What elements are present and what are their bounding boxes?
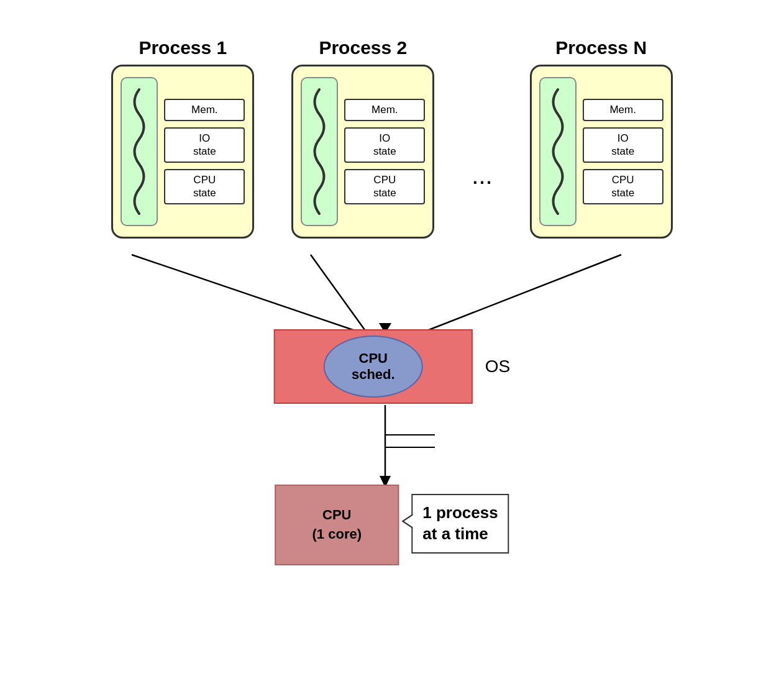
callout-box: 1 process at a time: [411, 494, 509, 554]
process-n-mem: Mem.: [583, 99, 663, 121]
callout-line2: at a time: [422, 524, 488, 543]
process-1-cpu: CPUstate: [164, 169, 245, 204]
process-1-io: IOstate: [164, 127, 245, 163]
ellipsis: ...: [472, 37, 492, 239]
diagram-container: Process 1 Mem. IOstate CPUstate Process …: [0, 0, 784, 684]
process-n-io: IOstate: [583, 127, 663, 163]
cpu-sched-ellipse: CPU sched.: [324, 335, 423, 398]
process-n-box: Mem. IOstate CPUstate: [530, 65, 673, 239]
process-2-thread-icon: [301, 77, 338, 226]
cpu-rect: CPU (1 core): [275, 485, 399, 565]
cpu-section: CPU (1 core) 1 process at a time: [275, 485, 509, 565]
process-n-wrapper: Process N Mem. IOstate CPUstate: [530, 37, 673, 239]
svg-line-1: [311, 255, 367, 332]
cpu-label: CPU (1 core): [312, 506, 362, 544]
scheduler-rect: CPU sched.: [274, 329, 473, 404]
process-n-title: Process N: [555, 37, 647, 58]
svg-line-0: [132, 255, 360, 332]
os-section: CPU sched. OS: [274, 329, 510, 404]
os-label: OS: [485, 357, 510, 376]
process-1-resources: Mem. IOstate CPUstate: [164, 99, 245, 204]
svg-line-2: [422, 255, 621, 332]
process-2-wrapper: Process 2 Mem. IOstate CPUstate: [291, 37, 434, 239]
cpu-sched-label: CPU sched.: [352, 350, 395, 383]
process-2-title: Process 2: [319, 37, 407, 58]
process-2-cpu: CPUstate: [344, 169, 425, 204]
process-1-wrapper: Process 1 Mem. IOstate CPUstate: [111, 37, 254, 239]
process-1-box: Mem. IOstate CPUstate: [111, 65, 254, 239]
process-group: Process 1 Mem. IOstate CPUstate Process …: [0, 37, 784, 239]
process-1-thread-icon: [121, 77, 158, 226]
process-2-resources: Mem. IOstate CPUstate: [344, 99, 425, 204]
process-2-io: IOstate: [344, 127, 425, 163]
process-n-cpu: CPUstate: [583, 169, 663, 204]
process-1-title: Process 1: [139, 37, 227, 58]
process-2-box: Mem. IOstate CPUstate: [291, 65, 434, 239]
process-1-mem: Mem.: [164, 99, 245, 121]
process-n-thread-icon: [539, 77, 577, 226]
process-n-resources: Mem. IOstate CPUstate: [583, 99, 663, 204]
process-2-mem: Mem.: [344, 99, 425, 121]
callout-line1: 1 process: [422, 503, 498, 522]
